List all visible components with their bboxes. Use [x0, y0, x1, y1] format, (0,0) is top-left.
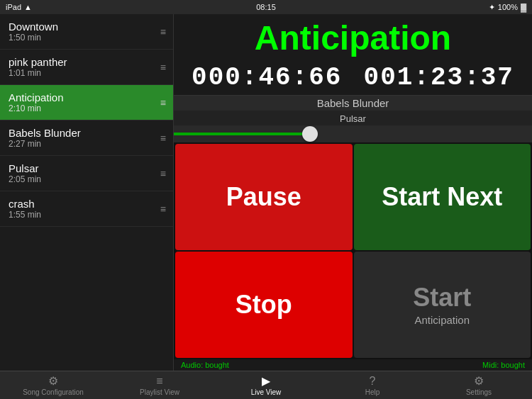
sidebar-item-duration-0: 1:50 min: [9, 33, 58, 43]
start-next-label: Start Next: [382, 182, 502, 212]
audio-status: Audio: bought: [181, 361, 229, 369]
sidebar-item-text-1: pink panther 1:01 min: [9, 56, 67, 78]
pause-button[interactable]: Pause: [175, 144, 353, 250]
tab-icon-0: ⚙: [48, 374, 58, 388]
song-title: Anticipation: [174, 14, 532, 60]
sidebar-item-name-2: Anticipation: [9, 91, 64, 103]
wifi-icon: ▲: [24, 3, 32, 11]
tab-label-0: Song Configuration: [23, 388, 84, 396]
sidebar-item-0[interactable]: Downtown 1:50 min ≡: [0, 14, 173, 50]
progress-label: Pulsar: [174, 112, 532, 125]
timer-current: 000:46:66: [192, 63, 342, 92]
start-sub-label: Anticipation: [414, 314, 470, 326]
sidebar-item-4[interactable]: Pulsar 2:05 min ≡: [0, 156, 173, 191]
content-area: Anticipation 000:46:66 001:23:37 Babels …: [174, 14, 532, 371]
bottom-status: Audio: bought Midi: bought: [174, 359, 532, 371]
battery-label: 100%: [498, 3, 518, 11]
tab-label-4: Settings: [466, 388, 492, 396]
timers-row: 000:46:66 001:23:37: [174, 60, 532, 95]
tab-item-1[interactable]: ≡ Playlist View: [106, 371, 213, 400]
midi-status: Midi: bought: [482, 361, 525, 369]
progress-area: Pulsar: [174, 111, 532, 142]
status-left: iPad ▲: [6, 3, 32, 11]
sidebar-item-duration-4: 2:05 min: [9, 174, 41, 184]
bluetooth-icon: ✦: [489, 3, 495, 12]
sidebar: Downtown 1:50 min ≡ pink panther 1:01 mi…: [0, 14, 174, 371]
sidebar-item-name-4: Pulsar: [9, 162, 41, 174]
pause-label: Pause: [226, 182, 301, 212]
ipad-label: iPad: [6, 3, 21, 11]
tab-icon-1: ≡: [156, 375, 162, 388]
sidebar-item-duration-2: 2:10 min: [9, 103, 64, 113]
sidebar-item-3[interactable]: Babels Blunder 2:27 min ≡: [0, 120, 173, 156]
progress-fill: [174, 133, 310, 135]
tab-icon-3: ?: [370, 375, 376, 388]
sidebar-item-duration-3: 2:27 min: [9, 139, 81, 149]
sidebar-item-text-3: Babels Blunder 2:27 min: [9, 127, 81, 149]
start-next-button[interactable]: Start Next: [354, 144, 531, 250]
sidebar-item-text-5: crash 1:55 min: [9, 198, 41, 220]
start-button[interactable]: Start Anticipation: [354, 252, 531, 358]
sidebar-item-name-5: crash: [9, 198, 41, 210]
sidebar-item-duration-1: 1:01 min: [9, 68, 67, 78]
progress-track[interactable]: [174, 125, 532, 142]
sidebar-item-text-2: Anticipation 2:10 min: [9, 91, 64, 113]
tab-label-2: Live View: [251, 388, 282, 396]
battery-icon: ▓: [521, 3, 526, 11]
progress-thumb[interactable]: [302, 126, 318, 142]
sidebar-item-name-1: pink panther: [9, 56, 67, 68]
tab-item-4[interactable]: ⚙ Settings: [426, 371, 532, 400]
sidebar-item-duration-5: 1:55 min: [9, 210, 41, 220]
sidebar-item-name-0: Downtown: [9, 21, 58, 33]
sidebar-item-name-3: Babels Blunder: [9, 127, 81, 139]
stop-label: Stop: [235, 290, 292, 320]
sidebar-item-menu-icon-4: ≡: [160, 168, 166, 179]
sidebar-item-menu-icon-1: ≡: [160, 62, 166, 73]
tab-bar: ⚙ Song Configuration ≡ Playlist View ▶ L…: [0, 371, 532, 399]
tab-icon-4: ⚙: [474, 374, 484, 388]
sidebar-item-5[interactable]: crash 1:55 min ≡: [0, 191, 173, 227]
main-area: Downtown 1:50 min ≡ pink panther 1:01 mi…: [0, 14, 532, 371]
sidebar-item-text-4: Pulsar 2:05 min: [9, 162, 41, 184]
tab-item-0[interactable]: ⚙ Song Configuration: [0, 371, 106, 400]
tab-label-3: Help: [365, 388, 380, 396]
sidebar-item-2[interactable]: Anticipation 2:10 min ≡: [0, 85, 173, 120]
sidebar-item-menu-icon-2: ≡: [160, 97, 166, 108]
next-song-bar: Babels Blunder: [174, 95, 532, 111]
tab-icon-2: ▶: [262, 374, 270, 388]
buttons-grid: Pause Start Next Stop Start Anticipation: [174, 142, 532, 359]
sidebar-item-menu-icon-5: ≡: [160, 203, 166, 215]
status-time: 08:15: [256, 3, 276, 11]
sidebar-item-text-0: Downtown 1:50 min: [9, 21, 58, 43]
tab-item-2[interactable]: ▶ Live View: [213, 371, 319, 400]
status-right: ✦ 100% ▓: [489, 3, 526, 12]
tab-label-1: Playlist View: [140, 388, 179, 396]
sidebar-item-menu-icon-3: ≡: [160, 133, 166, 144]
tab-item-3[interactable]: ? Help: [319, 371, 426, 400]
stop-button[interactable]: Stop: [175, 252, 353, 358]
timer-total: 001:23:37: [364, 63, 514, 92]
sidebar-item-menu-icon-0: ≡: [160, 26, 166, 38]
sidebar-item-1[interactable]: pink panther 1:01 min ≡: [0, 50, 173, 85]
status-bar: iPad ▲ 08:15 ✦ 100% ▓: [0, 0, 532, 14]
start-label: Start: [413, 283, 471, 313]
